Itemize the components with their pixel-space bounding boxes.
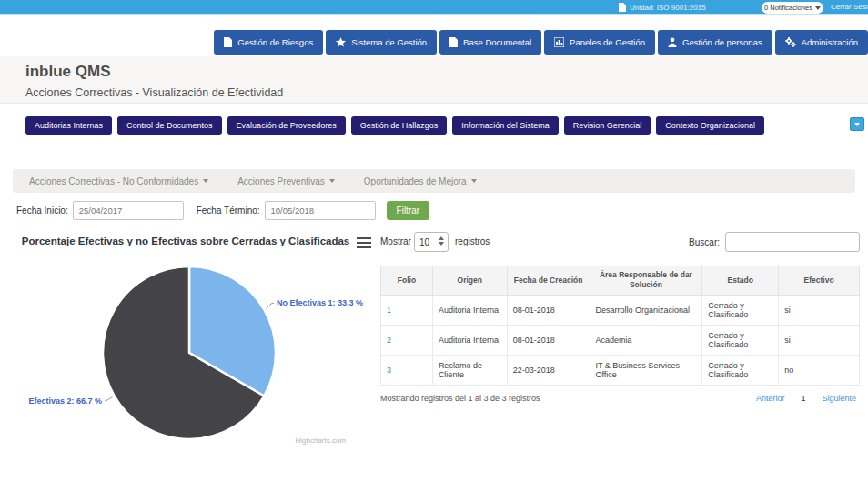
notifications-label: 0 Notificaciones [764,4,812,12]
length-suffix-label: registros [455,236,490,246]
submenu-label: Acciones Correctivas - No Conformidades [29,176,198,186]
cell-origen: Reclamo de Cliente [432,355,507,385]
nav-label: Administración [802,37,858,47]
person-icon [668,37,677,47]
nav-label: Gestión de Riesgos [237,37,313,47]
nav-paneles-de-gestion[interactable]: Paneles de Gestión [544,30,655,55]
date-filter-row: Fecha Inicio: Fecha Término: Filtrar [16,201,429,220]
records-table-panel: Mostrar 10 registros Buscar: Folio Orige… [380,235,860,406]
submenu-oportunidades-de-mejora[interactable]: Oportunidades de Mejora [364,176,477,186]
module-gestion-de-hallazgos[interactable]: Gestión de Hallazgos [351,116,448,135]
search-input[interactable] [725,232,860,252]
column-header-origen[interactable]: Origen [432,266,507,296]
file-icon [449,37,458,47]
column-header-efectivo[interactable]: Efectivo [779,266,860,296]
end-date-label: Fecha Término: [197,205,260,215]
table-row: 3 Reclamo de Cliente 22-03-2018 IT & Bus… [381,355,860,385]
nav-base-documental[interactable]: Base Documental [439,30,541,55]
column-header-fecha[interactable]: Fecha de Creación [507,266,590,296]
chevron-down-icon [471,179,477,183]
nav-label: Paneles de Gestión [570,37,645,47]
folio-link[interactable]: 1 [387,306,391,315]
folio-link[interactable]: 3 [387,366,391,375]
module-contexto-organizacional[interactable]: Contexto Organizacional [656,116,764,135]
search-label: Buscar: [689,237,720,247]
nav-gestion-de-riesgos[interactable]: Gestión de Riesgos [214,30,323,55]
module-button-row: Auditorias Internas Control de Documento… [25,116,764,135]
records-table: Folio Origen Fecha de Creación Área Resp… [380,266,860,386]
start-date-label: Fecha Inicio: [16,205,68,215]
chevron-down-icon [815,6,821,10]
main-nav: Gestión de Riesgos Sistema de Gestión Ba… [0,30,868,55]
chevron-down-icon [203,179,208,183]
widget-toggle-button[interactable] [850,117,864,131]
notifications-button[interactable]: 0 Notificaciones [762,2,823,14]
document-icon [619,3,626,12]
module-auditorias-internas[interactable]: Auditorias Internas [25,116,112,135]
table-row: 1 Auditoria Interna 08-01-2018 Desarroll… [381,295,860,325]
cell-fecha: 08-01-2018 [507,295,590,325]
start-date-input[interactable] [73,201,184,220]
cell-efectivo: si [779,295,860,325]
cell-fecha: 08-01-2018 [507,325,590,355]
unit-indicator: Unidad: ISO 9001:2015 [619,3,706,12]
submenu-label: Acciones Preventivas [237,176,325,186]
filter-button[interactable]: Filtrar [387,201,430,220]
gears-icon [785,37,796,47]
folio-link[interactable]: 2 [387,336,391,345]
module-control-de-documentos[interactable]: Control de Documentos [117,116,222,135]
cell-estado: Cerrado y Clasificado [702,355,779,385]
label-connector [267,303,275,309]
column-header-estado[interactable]: Estado [702,266,779,296]
file-icon [224,37,232,47]
table-info: Mostrando registros del 1 al 3 de 3 regi… [380,394,540,403]
chevron-down-icon [854,123,860,126]
page-length-select[interactable]: 10 [414,232,449,252]
table-footer: Mostrando registros del 1 al 3 de 3 regi… [380,394,860,406]
label-connector [105,397,113,402]
nav-label: Gestión de personas [682,37,762,47]
cell-estado: Cerrado y Clasificado [702,325,779,355]
length-prefix-label: Mostrar [380,236,411,246]
pie-chart: No Efectivas 1: 33.3 % Efectivas 2: 66.7… [15,232,378,459]
table-row: 2 Auditoria Interna 08-01-2018 Academia … [381,325,860,355]
pie-label-no-efectivas: No Efectivas 1: 33.3 % [277,298,363,307]
pagination-previous[interactable]: Anterior [756,394,785,403]
pie-chart-panel: No Efectivas 1: 33.3 % Efectivas 2: 66.7… [15,232,378,459]
chart-title: Porcentaje Efectivas y no Efectivas sobr… [15,235,357,246]
module-revision-gerencial[interactable]: Revision Gerencial [564,116,651,135]
pie-label-efectivas: Efectivas 2: 66.7 % [28,396,102,406]
cell-area: IT & Business Services Office [590,355,702,385]
pagination-current-page[interactable]: 1 [801,394,805,403]
top-bar: Unidad: ISO 9001:2015 0 Notificaciones C… [0,0,868,15]
end-date-input[interactable] [265,201,376,220]
nav-gestion-de-personas[interactable]: Gestión de personas [658,30,772,55]
cell-fecha: 22-03-2018 [507,355,590,385]
cell-efectivo: no [779,355,860,385]
nav-administracion[interactable]: Administración [775,30,868,55]
logout-link[interactable]: Cerrar Sesión [831,3,868,11]
pagination-next[interactable]: Siguiente [822,394,856,403]
chart-menu-button[interactable] [357,237,371,248]
page-header: inblue QMS Acciones Correctivas - Visual… [0,56,868,104]
submenu-label: Oportunidades de Mejora [364,176,467,186]
submenu-acciones-correctivas[interactable]: Acciones Correctivas - No Conformidades [29,176,208,186]
table-header-row: Folio Origen Fecha de Creación Área Resp… [381,266,860,296]
cell-origen: Auditoria Interna [432,325,507,355]
module-informacion-del-sistema[interactable]: Información del Sistema [452,116,559,135]
page-subtitle: Acciones Correctivas - Visualización de … [25,86,868,99]
table-controls: Mostrar 10 registros Buscar: [380,235,860,258]
chart-icon [554,37,564,47]
cell-efectivo: si [779,325,860,355]
nav-label: Base Documental [463,37,531,47]
submenu-bar: Acciones Correctivas - No Conformidades … [13,169,855,193]
nav-sistema-de-gestion[interactable]: Sistema de Gestión [326,30,437,55]
highcharts-credits-link[interactable]: Highcharts.com [295,436,346,445]
submenu-acciones-preventivas[interactable]: Acciones Preventivas [237,176,335,186]
column-header-folio[interactable]: Folio [381,266,433,296]
column-header-area[interactable]: Área Responsable de dar Solución [590,266,702,296]
cell-area: Academia [590,325,702,355]
cell-estado: Cerrado y Clasificado [702,295,779,325]
star-icon [336,37,346,47]
module-evaluacion-de-proveedores[interactable]: Evaluación de Proveedores [227,116,346,135]
